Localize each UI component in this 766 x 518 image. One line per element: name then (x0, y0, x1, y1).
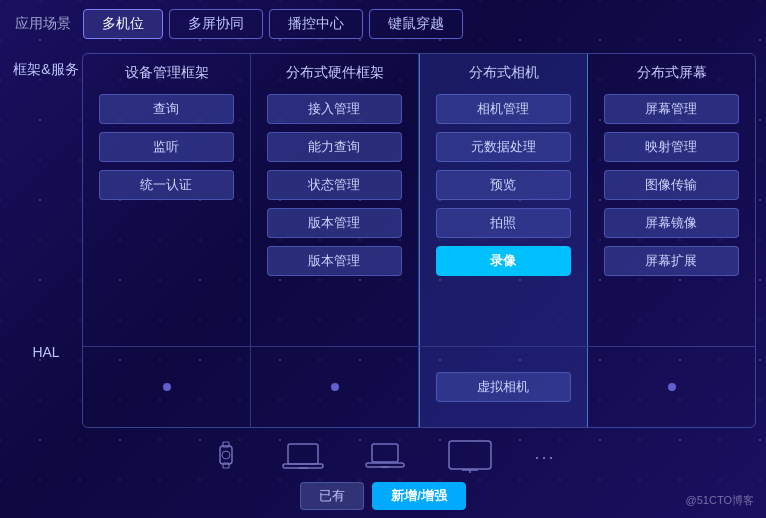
row-hal: 虚拟相机 (83, 347, 755, 427)
content-area: 框架&服务 HAL 设备管理框架 查询 监听 统一认证 分布式硬件框架 (0, 48, 766, 433)
main-grid: 设备管理框架 查询 监听 统一认证 分布式硬件框架 接入管理 能力查询 状态管理… (82, 53, 756, 428)
btn-virtual-camera[interactable]: 虚拟相机 (436, 372, 572, 402)
tab-kvm[interactable]: 键鼠穿越 (369, 9, 463, 39)
label-hal: HAL (10, 336, 82, 368)
hal-dot-4 (668, 383, 676, 391)
svg-rect-10 (449, 441, 491, 469)
hal-col-camera: 虚拟相机 (419, 347, 588, 427)
main-container: 应用场景 多机位 多屏协同 播控中心 键鼠穿越 框架&服务 HAL 设备管理框架… (0, 0, 766, 518)
btn-screen-mirror[interactable]: 屏幕镜像 (604, 208, 740, 238)
hal-dot-2 (331, 383, 339, 391)
btn-version-mgmt-1[interactable]: 版本管理 (267, 208, 403, 238)
tab-broadcast[interactable]: 播控中心 (269, 9, 363, 39)
nav-scene-label: 应用场景 (15, 15, 71, 33)
btn-new-enhanced[interactable]: 新增/增强 (372, 482, 466, 510)
hal-col-4 (588, 347, 755, 427)
btn-preview[interactable]: 预览 (436, 170, 572, 200)
col-distributed-hw-buttons: 接入管理 能力查询 状态管理 版本管理 版本管理 (259, 94, 410, 276)
btn-state-mgmt[interactable]: 状态管理 (267, 170, 403, 200)
col-distributed-camera-buttons: 相机管理 元数据处理 预览 拍照 录像 (428, 94, 579, 276)
btn-record[interactable]: 录像 (436, 246, 572, 276)
btn-mapping-mgmt[interactable]: 映射管理 (604, 132, 740, 162)
left-labels: 框架&服务 HAL (10, 53, 82, 428)
hal-col-1 (83, 347, 251, 427)
row-framework: 设备管理框架 查询 监听 统一认证 分布式硬件框架 接入管理 能力查询 状态管理… (83, 54, 755, 347)
icon-laptop (282, 441, 324, 473)
btn-capability-query[interactable]: 能力查询 (267, 132, 403, 162)
btn-image-transfer[interactable]: 图像传输 (604, 170, 740, 200)
device-icons: ··· (210, 438, 555, 476)
col-device-mgmt-buttons: 查询 监听 统一认证 (91, 94, 242, 200)
col-device-mgmt-title: 设备管理框架 (125, 64, 209, 82)
icon-watch (210, 438, 242, 476)
btn-unified-auth[interactable]: 统一认证 (99, 170, 235, 200)
btn-metadata[interactable]: 元数据处理 (436, 132, 572, 162)
btn-photo[interactable]: 拍照 (436, 208, 572, 238)
tab-multi-screen[interactable]: 多屏协同 (169, 9, 263, 39)
nav-tabs: 多机位 多屏协同 播控中心 键鼠穿越 (83, 9, 463, 39)
tab-multi-position[interactable]: 多机位 (83, 9, 163, 39)
col-distributed-screen-buttons: 屏幕管理 映射管理 图像传输 屏幕镜像 屏幕扩展 (596, 94, 747, 276)
hal-col-2 (251, 347, 419, 427)
col-device-mgmt: 设备管理框架 查询 监听 统一认证 (83, 54, 251, 346)
bottom-buttons: 已有 新增/增强 (300, 482, 466, 510)
top-nav: 应用场景 多机位 多屏协同 播控中心 键鼠穿越 (0, 0, 766, 48)
btn-query[interactable]: 查询 (99, 94, 235, 124)
col-distributed-hw-title: 分布式硬件框架 (286, 64, 384, 82)
col-distributed-camera-title: 分布式相机 (469, 64, 539, 82)
btn-version-mgmt-2[interactable]: 版本管理 (267, 246, 403, 276)
btn-screen-extend[interactable]: 屏幕扩展 (604, 246, 740, 276)
label-framework: 框架&服务 (10, 53, 82, 87)
watermark: @51CTO博客 (686, 493, 754, 508)
more-devices-icon: ··· (534, 447, 555, 468)
col-distributed-camera: 分布式相机 相机管理 元数据处理 预览 拍照 录像 (419, 54, 588, 346)
btn-existing[interactable]: 已有 (300, 482, 364, 510)
btn-access-mgmt[interactable]: 接入管理 (267, 94, 403, 124)
icon-laptop2 (364, 441, 406, 473)
btn-screen-mgmt[interactable]: 屏幕管理 (604, 94, 740, 124)
col-distributed-hw: 分布式硬件框架 接入管理 能力查询 状态管理 版本管理 版本管理 (251, 54, 419, 346)
btn-camera-mgmt[interactable]: 相机管理 (436, 94, 572, 124)
hal-dot-1 (163, 383, 171, 391)
col-distributed-screen: 分布式屏幕 屏幕管理 映射管理 图像传输 屏幕镜像 屏幕扩展 (588, 54, 755, 346)
svg-point-3 (222, 451, 230, 459)
svg-rect-7 (372, 444, 398, 462)
col-distributed-screen-title: 分布式屏幕 (637, 64, 707, 82)
icon-tv (446, 439, 494, 475)
bottom-area: ··· 已有 新增/增强 (0, 433, 766, 518)
btn-monitor[interactable]: 监听 (99, 132, 235, 162)
svg-rect-4 (288, 444, 318, 464)
